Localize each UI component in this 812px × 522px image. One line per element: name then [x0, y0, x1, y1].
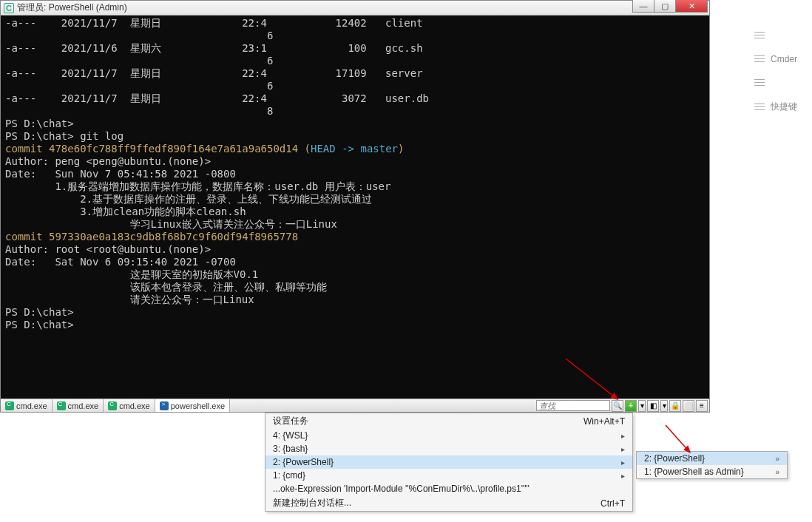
menu-item[interactable]: 1: {cmd}▸	[265, 469, 632, 482]
cmd-icon	[57, 401, 66, 410]
menu-item[interactable]: ...oke-Expression 'Import-Module ''%ConE…	[265, 482, 632, 495]
side-item-shortcut[interactable]: 快捷键	[754, 101, 797, 113]
tab-label: powershell.exe	[171, 401, 225, 410]
minimize-button[interactable]: —	[632, 0, 654, 13]
maximize-icon[interactable]: ⬜	[683, 400, 694, 412]
side-label: 快捷键	[771, 101, 797, 113]
terminal-output[interactable]: -a--- 2021/11/7 星期日 22:4 12402 client 6-…	[1, 16, 709, 399]
menu-header[interactable]: 设置任务 Win+Alt+T	[265, 413, 632, 429]
side-item[interactable]	[754, 30, 771, 41]
window-mode-button[interactable]: ◧	[647, 400, 659, 412]
tab-label: cmd.exe	[16, 401, 47, 410]
new-tab-dropdown[interactable]: ▾	[638, 400, 646, 412]
ps-icon	[160, 401, 169, 410]
tasks-menu: 设置任务 Win+Alt+T 4: {WSL}▸3: {bash}▸2: {Po…	[265, 413, 633, 512]
cmd-icon	[108, 401, 117, 410]
close-button[interactable]: ✕	[675, 0, 708, 13]
tabbar: cmd.execmd.execmd.exepowershell.exe 🔍 + …	[1, 399, 709, 412]
powershell-submenu: 2: {PowerShell}»1: {PowerShell as Admin}…	[636, 451, 788, 479]
tab-cmd-exe[interactable]: cmd.exe	[104, 399, 155, 412]
window-title: 管理员: PowerShell (Admin)	[17, 1, 127, 14]
side-item-cmder[interactable]: Cmder	[754, 53, 797, 64]
chevron-right-icon: ▸	[621, 458, 625, 467]
chevron-right-icon: ▸	[621, 432, 625, 440]
tab-powershell-exe[interactable]: powershell.exe	[155, 399, 230, 412]
maximize-button[interactable]: ▢	[654, 0, 676, 13]
submenu-item[interactable]: 1: {PowerShell as Admin}»	[637, 465, 787, 478]
submenu-item[interactable]: 2: {PowerShell}»	[637, 452, 787, 465]
search-icon[interactable]: 🔍	[612, 400, 623, 412]
search-input[interactable]	[536, 400, 610, 411]
tab-label: cmd.exe	[68, 401, 99, 410]
svg-line-1	[666, 425, 690, 452]
tab-label: cmd.exe	[119, 401, 150, 410]
lock-icon[interactable]: 🔒	[669, 400, 681, 412]
menu-item[interactable]: 2: {PowerShell}▸	[265, 455, 632, 469]
chevron-right-icon: ▸	[621, 472, 625, 480]
menu-item[interactable]: 新建控制台对话框...Ctrl+T	[265, 495, 632, 511]
tab-cmd-exe[interactable]: cmd.exe	[1, 399, 53, 412]
chevron-right-icon: »	[775, 468, 779, 476]
app-icon: C	[4, 3, 14, 13]
window-mode-dropdown[interactable]: ▾	[660, 400, 668, 412]
titlebar[interactable]: C 管理员: PowerShell (Admin) — ▢ ✕	[1, 1, 709, 16]
side-item[interactable]	[754, 77, 771, 88]
side-label: Cmder	[771, 54, 797, 64]
cmd-icon	[5, 401, 14, 410]
tab-cmd-exe[interactable]: cmd.exe	[53, 399, 104, 412]
new-tab-button[interactable]: +	[625, 400, 637, 412]
menu-item[interactable]: 4: {WSL}▸	[265, 429, 632, 442]
menu-item[interactable]: 3: {bash}▸	[265, 442, 632, 455]
window: C 管理员: PowerShell (Admin) — ▢ ✕ -a--- 20…	[0, 0, 710, 413]
chevron-right-icon: ▸	[621, 445, 625, 453]
chevron-right-icon: »	[775, 455, 779, 463]
menu-icon[interactable]: ≡	[696, 400, 708, 412]
